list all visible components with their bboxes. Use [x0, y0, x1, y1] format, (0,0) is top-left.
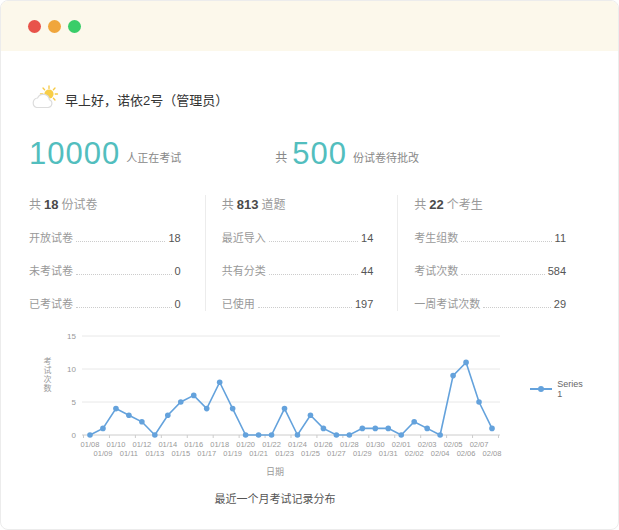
stat-label: 考生组数 — [414, 229, 458, 245]
stat-value: 29 — [554, 298, 566, 310]
svg-text:01/08: 01/08 — [81, 440, 100, 449]
window-minimize-button[interactable] — [48, 20, 61, 33]
svg-text:01/24: 01/24 — [288, 440, 307, 449]
svg-text:01/31: 01/31 — [379, 449, 398, 458]
svg-text:02/05: 02/05 — [444, 440, 463, 449]
stat-label: 最近导入 — [222, 229, 266, 245]
legend-label: Series 1 — [557, 379, 590, 399]
svg-text:02/01: 02/01 — [392, 440, 411, 449]
card-questions-title-prefix: 共 — [222, 198, 234, 212]
svg-text:01/11: 01/11 — [120, 449, 138, 458]
svg-text:02/07: 02/07 — [470, 440, 489, 449]
card-students-title-value: 22 — [429, 197, 443, 212]
stat-label: 已考试卷 — [29, 295, 73, 311]
svg-text:10: 10 — [67, 365, 76, 374]
svg-text:01/23: 01/23 — [275, 449, 294, 458]
card-students-title: 共22个考生 — [414, 195, 566, 212]
card-questions-title: 共813道题 — [222, 195, 374, 212]
dotted-leader — [76, 307, 172, 308]
svg-text:01/16: 01/16 — [184, 440, 203, 449]
svg-text:01/17: 01/17 — [197, 449, 216, 458]
dotted-leader — [269, 241, 358, 242]
svg-text:01/25: 01/25 — [301, 449, 320, 458]
hero-stat-examinees: 10000 人正在考试 — [29, 138, 181, 169]
stat-row: 一周考试次数 29 — [414, 295, 566, 311]
chart-caption: 最近一个月考试记录分布 — [41, 490, 509, 506]
chart-y-axis-title: 考试次数 — [41, 357, 52, 393]
stat-row: 最近导入 14 — [222, 229, 374, 245]
svg-text:02/03: 02/03 — [418, 440, 437, 449]
svg-text:02/08: 02/08 — [483, 449, 502, 458]
svg-text:01/15: 01/15 — [171, 449, 190, 458]
svg-text:02/06: 02/06 — [457, 449, 476, 458]
summary-cards: 共18份试卷 开放试卷 18 未考试卷 0 已考试卷 0 — [29, 195, 590, 311]
stat-value: 18 — [168, 232, 180, 244]
stat-value: 197 — [355, 298, 373, 310]
hero-pending-value: 500 — [292, 138, 347, 169]
stat-value: 0 — [175, 265, 181, 277]
greeting-text: 早上好，诺依2号（管理员） — [65, 90, 228, 109]
svg-text:01/30: 01/30 — [366, 440, 385, 449]
svg-text:01/26: 01/26 — [314, 440, 333, 449]
svg-text:02/02: 02/02 — [405, 449, 424, 458]
dotted-leader — [269, 274, 358, 275]
stat-row: 开放试卷 18 — [29, 229, 181, 245]
stat-value: 14 — [361, 232, 373, 244]
svg-text:01/19: 01/19 — [223, 449, 242, 458]
exam-record-chart: 考试次数 05101501/0801/0901/1001/1101/1201/1… — [29, 323, 590, 506]
svg-text:15: 15 — [67, 332, 76, 341]
app-window: 早上好，诺依2号（管理员） 10000 人正在考试 共 500 份试卷待批改 共… — [0, 0, 619, 530]
card-students-title-suffix: 个考生 — [447, 198, 483, 212]
dotted-leader — [461, 241, 551, 242]
svg-text:01/21: 01/21 — [249, 449, 268, 458]
hero-stat-pending-papers: 共 500 份试卷待批改 — [275, 138, 419, 169]
svg-text:01/10: 01/10 — [107, 440, 126, 449]
stat-label: 一周考试次数 — [414, 295, 480, 311]
svg-text:01/18: 01/18 — [210, 440, 229, 449]
stat-label: 考试次数 — [414, 262, 458, 278]
card-questions: 共813道题 最近导入 14 共有分类 44 已使用 197 — [205, 195, 398, 311]
stat-value: 44 — [361, 265, 373, 277]
hero-pending-label: 份试卷待批改 — [353, 149, 419, 165]
stat-row: 已使用 197 — [222, 295, 374, 311]
svg-text:01/27: 01/27 — [327, 449, 346, 458]
stat-label: 未考试卷 — [29, 262, 73, 278]
legend-item-series1[interactable]: Series 1 — [530, 379, 590, 399]
line-chart-plot: 05101501/0801/0901/1001/1101/1201/1301/1… — [52, 323, 516, 463]
hero-stats: 10000 人正在考试 共 500 份试卷待批改 — [29, 138, 590, 169]
stat-row: 考生组数 11 — [414, 229, 566, 245]
card-papers: 共18份试卷 开放试卷 18 未考试卷 0 已考试卷 0 — [29, 195, 205, 311]
hero-pending-prefix: 共 — [275, 148, 287, 165]
stat-row: 共有分类 44 — [222, 262, 374, 278]
svg-text:0: 0 — [72, 431, 77, 440]
card-papers-title: 共18份试卷 — [29, 195, 181, 212]
window-close-button[interactable] — [28, 20, 41, 33]
card-papers-title-prefix: 共 — [29, 198, 41, 212]
stat-label: 开放试卷 — [29, 229, 73, 245]
sun-cloud-icon — [29, 85, 61, 114]
card-students: 共22个考生 考生组数 11 考试次数 584 一周考试次数 29 — [397, 195, 590, 311]
stat-row: 未考试卷 0 — [29, 262, 181, 278]
svg-text:01/22: 01/22 — [262, 440, 281, 449]
card-questions-title-value: 813 — [237, 197, 259, 212]
svg-text:01/29: 01/29 — [353, 449, 372, 458]
stat-value: 584 — [548, 265, 566, 277]
stat-row: 考试次数 584 — [414, 262, 566, 278]
window-maximize-button[interactable] — [68, 20, 81, 33]
window-titlebar — [1, 1, 618, 51]
card-questions-title-suffix: 道题 — [261, 198, 285, 212]
svg-text:01/20: 01/20 — [236, 440, 255, 449]
chart-x-axis-title: 日期 — [41, 465, 509, 478]
dotted-leader — [76, 274, 172, 275]
hero-examinees-label: 人正在考试 — [126, 149, 181, 165]
svg-text:01/09: 01/09 — [94, 449, 113, 458]
dotted-leader — [483, 307, 550, 308]
dotted-leader — [461, 274, 544, 275]
dotted-leader — [76, 241, 165, 242]
svg-text:01/13: 01/13 — [145, 449, 164, 458]
hero-examinees-value: 10000 — [29, 138, 120, 169]
svg-text:01/12: 01/12 — [132, 440, 151, 449]
legend-line-dot-icon — [530, 385, 552, 393]
stat-row: 已考试卷 0 — [29, 295, 181, 311]
greeting: 早上好，诺依2号（管理员） — [29, 85, 590, 114]
